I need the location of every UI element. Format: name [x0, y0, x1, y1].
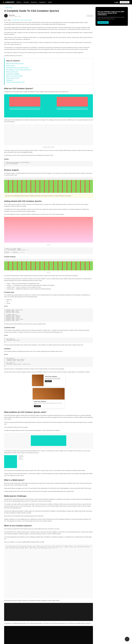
- toc-item[interactable]: Getting Started with CSS Container Queri…: [6, 67, 91, 69]
- cta-sub: Access cloud-based testing infrastructur…: [98, 16, 126, 20]
- intro-p: In this blog, we will talk about how to …: [4, 42, 93, 45]
- image-caption: Source: [4, 272, 93, 273]
- caniuse-table-contain: [4, 259, 93, 270]
- article-title: A Complete Guide To CSS Container Querie…: [4, 9, 93, 12]
- label: Syntax: [4, 354, 93, 355]
- body-text: Imagine having to do this with Media Que…: [4, 473, 93, 476]
- toc-item[interactable]: Frequently Asked Questions (FAQs): [6, 81, 91, 83]
- card-image: [32, 388, 64, 400]
- intro-p: This created a huge problem for companie…: [4, 27, 93, 30]
- body-text: They let you target specific elements an…: [4, 422, 93, 425]
- nav-resources[interactable]: Resources ▾: [31, 2, 38, 3]
- section-heading: What are CSS Container Queries?: [4, 88, 93, 90]
- toc-item[interactable]: What is a Media Query?: [6, 71, 91, 73]
- body-text: LT Browser is a complementary developer …: [4, 622, 93, 624]
- body-text: CSS Container queries enable us to style…: [4, 204, 93, 207]
- illustration-container-query: [4, 94, 93, 118]
- body-text: The container property is shorthand synt…: [4, 350, 93, 352]
- body-text: Although Media Queries have served web d…: [4, 490, 93, 492]
- view-count: 👁 201k views: [86, 14, 93, 16]
- nav-developers[interactable]: Developers ▾: [39, 2, 46, 3]
- bullet-list: inline-size size normal: [6, 299, 93, 304]
- body-text: By running these layouts through LT Brow…: [4, 600, 93, 601]
- breadcrumb-current[interactable]: A Complete Guide To CSS Container Querie…: [11, 20, 32, 20]
- body-text: According to caniuse, Container Queries …: [4, 172, 93, 176]
- intro-p: In 2007, Steve Jobs launched the first i…: [4, 22, 93, 25]
- login-button[interactable]: Login: [114, 1, 118, 3]
- body-text: That means this is the limitation when u…: [4, 515, 93, 517]
- back-link[interactable]: ← Back to blog: [4, 7, 93, 8]
- subsection-heading: Contain Property: [4, 256, 93, 258]
- body-text: Consider this situation where you have a…: [4, 430, 93, 431]
- cta-button[interactable]: Start Free Testing: [98, 21, 109, 24]
- chat-widget-icon[interactable]: [125, 637, 130, 642]
- body-text: In the container-name property, a refere…: [4, 329, 93, 333]
- body-text: The container property allows you to dec…: [4, 278, 93, 282]
- body-text: Let's understand it better with some exa…: [4, 426, 93, 428]
- intro-p: In this blog, let us about the concept o…: [4, 52, 93, 54]
- cta-sidebar: Run your websites & apps across 3000+ re…: [96, 7, 128, 26]
- body-text: In this image, we have a card component …: [4, 450, 93, 454]
- code-snippet: container-type: inline-size; container-t…: [4, 308, 93, 322]
- body-text: So far we have covered what CSS Containe…: [4, 528, 93, 530]
- cta-heading: Run your websites & apps across 3000+ re…: [98, 11, 126, 16]
- toc-item[interactable]: What are CSS Container Queries?: [6, 62, 91, 65]
- body-text: Let's define terms: first, when we talk …: [4, 208, 93, 212]
- nav-pricing[interactable]: Pricing: [48, 2, 52, 3]
- screenshot-devtools: [4, 603, 93, 621]
- toc-item[interactable]: Media Queries Challenges: [6, 73, 91, 75]
- card-desc: Lorem ipsum dolor sit amet consectetur a…: [34, 403, 63, 404]
- body-text: Now, onto building! Let's take a compone…: [4, 214, 93, 215]
- section-heading: When to use Container Queries?: [4, 524, 93, 527]
- body-text: This is exactly the kind of problem that…: [4, 470, 93, 472]
- signup-button[interactable]: Book a Demo: [120, 1, 130, 3]
- toc-item[interactable]: Wrapping Up!: [6, 79, 91, 81]
- label: Syntax: [4, 305, 93, 307]
- toc-item[interactable]: Writing Container Queries: [6, 77, 91, 79]
- order-button[interactable]: Order Now: [45, 380, 52, 382]
- body-text: Imagine creating the UI of your heading …: [4, 518, 93, 522]
- publish-date: Posted On: August 9, 2023: [9, 16, 21, 17]
- body-text: Assume that we want to create a containe…: [4, 371, 93, 373]
- nav-enterprise[interactable]: Enterprise: [24, 2, 29, 3]
- read-time: ⏱ 20 Min Read: [86, 16, 93, 17]
- demo-card-vertical: Order Pizza Anywhere Lorem ipsum dolor s…: [32, 388, 65, 408]
- author-avatar: [4, 14, 8, 18]
- note-callout: Note: Can you use with fallback (caniuse…: [4, 194, 93, 198]
- image-caption: Source: [4, 244, 93, 245]
- code-snippet: .main-content { container-name: main-con…: [4, 357, 93, 367]
- body-text: To achieve this, we have only to query t…: [4, 154, 93, 156]
- image-caption: Container Query in Action: [4, 146, 93, 148]
- body-text: You should prefer CSS Container Queries …: [4, 531, 93, 535]
- body-text: Now that we have an understanding of the…: [4, 368, 93, 370]
- subsection-heading: Syntax: [4, 158, 93, 160]
- toc-item[interactable]: Browser Support: [6, 65, 91, 67]
- subsection-heading: Container-type: [4, 292, 93, 293]
- nav-platform[interactable]: Platform ▾: [16, 2, 22, 3]
- card-title: Order Pizza Anywhere: [45, 376, 64, 377]
- illustration-cards: [4, 124, 93, 145]
- body-text: In the above image, we have two card com…: [4, 150, 93, 153]
- body-text: The container-type property defines an e…: [4, 294, 93, 298]
- body-text: The main-content class defines with 'con…: [4, 344, 93, 346]
- intro-p: To demonstrate it, we compared the exper…: [4, 47, 93, 50]
- card-image: [32, 374, 44, 386]
- toc-item[interactable]: What problems do CSS Container Queries s…: [6, 69, 91, 71]
- screenshot-ltbrowser: [4, 626, 93, 644]
- logo[interactable]: ⚡ LAMBDATEST: [2, 2, 14, 3]
- section-heading: Browser Support: [4, 169, 93, 171]
- table-of-contents: TABLE OF CONTENTS What are CSS Container…: [4, 58, 93, 85]
- intro-p: Today, we have a mature system of media …: [4, 36, 93, 40]
- illustration-contexts: [4, 433, 93, 448]
- code-snippet: @container &lt;container-condition&gt; {…: [4, 161, 93, 166]
- order-button[interactable]: Order Now: [34, 405, 41, 407]
- section-heading: Getting Started with CSS Container Queri…: [4, 200, 93, 202]
- section-heading: Media Queries Challenges: [4, 495, 93, 497]
- bullet-list: contain — allows us to pick which types …: [6, 283, 93, 290]
- body-text: Let's see the brief idea about Contain P…: [4, 275, 93, 276]
- demo-card-horizontal: Order Pizza Anywhere Lorem ipsum dolor s…: [32, 374, 65, 386]
- caniuse-table: [4, 177, 93, 193]
- breadcrumb: Home > Blog > A Complete Guide To CSS Co…: [4, 20, 93, 20]
- toc-item[interactable]: When to use Container Queries?: [6, 75, 91, 77]
- card-title: Order Pizza Anywhere: [34, 401, 63, 402]
